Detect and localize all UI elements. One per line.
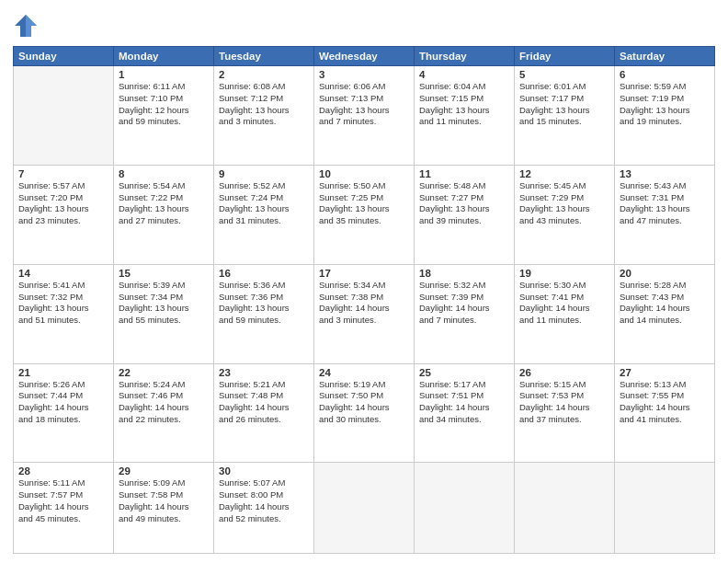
calendar-week-row: 1Sunrise: 6:11 AMSunset: 7:10 PMDaylight… [14,66,715,166]
day-number: 16 [219,268,309,279]
calendar-cell: 1Sunrise: 6:11 AMSunset: 7:10 PMDaylight… [114,66,214,166]
day-number: 15 [119,268,209,279]
calendar-cell: 27Sunrise: 5:13 AMSunset: 7:55 PMDayligh… [615,363,715,463]
calendar-cell: 22Sunrise: 5:24 AMSunset: 7:46 PMDayligh… [114,363,214,463]
calendar-header-friday: Friday [515,47,615,66]
cell-info: Sunrise: 5:30 AMSunset: 7:41 PMDaylight:… [519,280,609,327]
calendar-cell: 2Sunrise: 6:08 AMSunset: 7:12 PMDaylight… [214,66,314,166]
calendar-cell: 18Sunrise: 5:32 AMSunset: 7:39 PMDayligh… [415,264,515,363]
calendar-cell: 10Sunrise: 5:50 AMSunset: 7:25 PMDayligh… [314,165,415,264]
day-number: 23 [219,367,309,378]
calendar-cell: 17Sunrise: 5:34 AMSunset: 7:38 PMDayligh… [314,264,415,363]
calendar-cell [314,463,415,554]
cell-info: Sunrise: 5:32 AMSunset: 7:39 PMDaylight:… [419,280,509,327]
day-number: 12 [519,168,609,179]
day-number: 13 [620,168,710,179]
day-number: 1 [119,69,209,80]
calendar-header-wednesday: Wednesday [314,47,415,66]
calendar-cell: 23Sunrise: 5:21 AMSunset: 7:48 PMDayligh… [214,363,314,463]
calendar-cell: 21Sunrise: 5:26 AMSunset: 7:44 PMDayligh… [14,363,114,463]
day-number: 5 [519,69,609,80]
cell-info: Sunrise: 6:04 AMSunset: 7:15 PMDaylight:… [419,81,509,128]
calendar-cell [14,66,114,166]
calendar-week-row: 7Sunrise: 5:57 AMSunset: 7:20 PMDaylight… [14,165,715,264]
day-number: 6 [620,69,710,80]
day-number: 10 [319,168,409,179]
header [13,9,715,39]
calendar-cell: 11Sunrise: 5:48 AMSunset: 7:27 PMDayligh… [415,165,515,264]
calendar-cell: 6Sunrise: 5:59 AMSunset: 7:19 PMDaylight… [615,66,715,166]
calendar-header-tuesday: Tuesday [214,47,314,66]
calendar-header-sunday: Sunday [14,47,114,66]
calendar-header-monday: Monday [114,47,214,66]
calendar-cell: 12Sunrise: 5:45 AMSunset: 7:29 PMDayligh… [515,165,615,264]
cell-info: Sunrise: 5:11 AMSunset: 7:57 PMDaylight:… [18,477,108,524]
day-number: 17 [319,268,409,279]
cell-info: Sunrise: 5:19 AMSunset: 7:50 PMDaylight:… [319,379,409,426]
day-number: 4 [419,69,509,80]
calendar-cell: 24Sunrise: 5:19 AMSunset: 7:50 PMDayligh… [314,363,415,463]
cell-info: Sunrise: 6:01 AMSunset: 7:17 PMDaylight:… [519,81,609,128]
calendar-week-row: 28Sunrise: 5:11 AMSunset: 7:57 PMDayligh… [14,463,715,554]
calendar-header-row: SundayMondayTuesdayWednesdayThursdayFrid… [14,47,715,66]
calendar-header-saturday: Saturday [615,47,715,66]
cell-info: Sunrise: 5:21 AMSunset: 7:48 PMDaylight:… [219,379,309,426]
calendar-cell: 20Sunrise: 5:28 AMSunset: 7:43 PMDayligh… [615,264,715,363]
cell-info: Sunrise: 5:52 AMSunset: 7:24 PMDaylight:… [219,180,309,227]
calendar-cell: 30Sunrise: 5:07 AMSunset: 8:00 PMDayligh… [214,463,314,554]
day-number: 9 [219,168,309,179]
calendar-cell: 28Sunrise: 5:11 AMSunset: 7:57 PMDayligh… [14,463,114,554]
calendar-cell: 4Sunrise: 6:04 AMSunset: 7:15 PMDaylight… [415,66,515,166]
cell-info: Sunrise: 5:43 AMSunset: 7:31 PMDaylight:… [620,180,710,227]
cell-info: Sunrise: 5:34 AMSunset: 7:38 PMDaylight:… [319,280,409,327]
day-number: 8 [119,168,209,179]
day-number: 25 [419,367,509,378]
calendar-table: SundayMondayTuesdayWednesdayThursdayFrid… [13,46,715,554]
cell-info: Sunrise: 5:36 AMSunset: 7:36 PMDaylight:… [219,280,309,327]
day-number: 14 [18,268,108,279]
day-number: 28 [18,465,108,477]
calendar-week-row: 14Sunrise: 5:41 AMSunset: 7:32 PMDayligh… [14,264,715,363]
day-number: 18 [419,268,509,279]
calendar-cell: 5Sunrise: 6:01 AMSunset: 7:17 PMDaylight… [515,66,615,166]
calendar-cell: 26Sunrise: 5:15 AMSunset: 7:53 PMDayligh… [515,363,615,463]
cell-info: Sunrise: 5:59 AMSunset: 7:19 PMDaylight:… [620,81,710,128]
cell-info: Sunrise: 5:50 AMSunset: 7:25 PMDaylight:… [319,180,409,227]
calendar-week-row: 21Sunrise: 5:26 AMSunset: 7:44 PMDayligh… [14,363,715,463]
cell-info: Sunrise: 5:26 AMSunset: 7:44 PMDaylight:… [18,379,108,426]
calendar-cell: 29Sunrise: 5:09 AMSunset: 7:58 PMDayligh… [114,463,214,554]
calendar-cell: 14Sunrise: 5:41 AMSunset: 7:32 PMDayligh… [14,264,114,363]
day-number: 30 [219,465,309,477]
calendar-cell [615,463,715,554]
calendar-cell: 8Sunrise: 5:54 AMSunset: 7:22 PMDaylight… [114,165,214,264]
cell-info: Sunrise: 5:24 AMSunset: 7:46 PMDaylight:… [119,379,209,426]
day-number: 7 [18,168,108,179]
logo [13,13,42,39]
day-number: 19 [519,268,609,279]
day-number: 26 [519,367,609,378]
day-number: 27 [620,367,710,378]
cell-info: Sunrise: 5:17 AMSunset: 7:51 PMDaylight:… [419,379,509,426]
cell-info: Sunrise: 5:57 AMSunset: 7:20 PMDaylight:… [18,180,108,227]
calendar-cell: 3Sunrise: 6:06 AMSunset: 7:13 PMDaylight… [314,66,415,166]
svg-marker-1 [26,15,37,37]
logo-icon [13,13,39,39]
day-number: 24 [319,367,409,378]
cell-info: Sunrise: 5:13 AMSunset: 7:55 PMDaylight:… [620,379,710,426]
day-number: 11 [419,168,509,179]
day-number: 22 [119,367,209,378]
calendar-cell: 25Sunrise: 5:17 AMSunset: 7:51 PMDayligh… [415,363,515,463]
calendar-cell: 9Sunrise: 5:52 AMSunset: 7:24 PMDaylight… [214,165,314,264]
calendar-header-thursday: Thursday [415,47,515,66]
calendar-cell: 16Sunrise: 5:36 AMSunset: 7:36 PMDayligh… [214,264,314,363]
calendar-cell: 7Sunrise: 5:57 AMSunset: 7:20 PMDaylight… [14,165,114,264]
cell-info: Sunrise: 5:54 AMSunset: 7:22 PMDaylight:… [119,180,209,227]
cell-info: Sunrise: 6:06 AMSunset: 7:13 PMDaylight:… [319,81,409,128]
calendar-cell: 19Sunrise: 5:30 AMSunset: 7:41 PMDayligh… [515,264,615,363]
day-number: 29 [119,465,209,477]
calendar-cell [415,463,515,554]
day-number: 20 [620,268,710,279]
day-number: 21 [18,367,108,378]
cell-info: Sunrise: 5:39 AMSunset: 7:34 PMDaylight:… [119,280,209,327]
cell-info: Sunrise: 5:07 AMSunset: 8:00 PMDaylight:… [219,477,309,524]
